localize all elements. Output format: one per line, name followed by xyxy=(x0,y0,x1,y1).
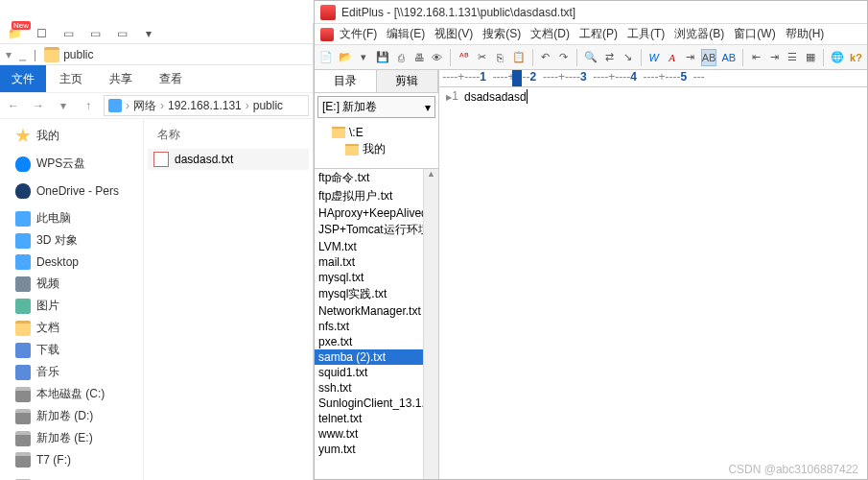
sidebar-file-item[interactable]: mail.txt xyxy=(315,254,438,270)
new-file-icon[interactable]: 📄 xyxy=(318,49,334,66)
indent-right-icon[interactable]: ⇥ xyxy=(767,49,782,66)
tree-documents[interactable]: 文档 xyxy=(2,317,141,339)
tree-3d-objects[interactable]: 3D 对象 xyxy=(2,229,141,252)
sidebar-file-item[interactable]: samba (2).txt xyxy=(315,349,438,365)
paste-icon[interactable]: 📋 xyxy=(511,49,527,66)
tree-this-pc[interactable]: 此电脑 xyxy=(2,207,141,229)
breadcrumb-seg-network[interactable]: 网络 xyxy=(133,98,156,114)
ribbon-tab-file[interactable]: 文件 xyxy=(0,65,46,92)
find-icon[interactable]: 🔍 xyxy=(583,49,598,66)
tree-downloads[interactable]: 下载 xyxy=(2,339,141,361)
tree-videos[interactable]: 视频 xyxy=(2,273,141,295)
scrollbar[interactable] xyxy=(423,169,438,479)
tree-pictures[interactable]: 图片 xyxy=(2,295,141,317)
menu-edit[interactable]: 编辑(E) xyxy=(383,26,429,42)
menu-browser[interactable]: 浏览器(B) xyxy=(670,26,728,42)
goto-icon[interactable]: ↘ xyxy=(621,49,635,66)
breadcrumb[interactable]: › 网络 › 192.168.1.131 › public xyxy=(104,95,309,116)
breadcrumb-seg-folder[interactable]: public xyxy=(253,99,283,112)
file-row[interactable]: dasdasd.txt xyxy=(148,149,309,170)
sidebar-file-item[interactable]: NetworkManager.txt xyxy=(315,303,438,319)
ribbon-tab-view[interactable]: 查看 xyxy=(146,65,196,92)
save-icon[interactable]: 💾 xyxy=(375,49,390,66)
dropdown-icon[interactable]: ▾ xyxy=(357,49,371,66)
tree-t7-f-2[interactable]: T7 (F:) xyxy=(2,476,141,480)
tree-onedrive[interactable]: OneDrive - Pers xyxy=(2,180,141,202)
sidebar-tab-directory[interactable]: 目录 xyxy=(315,70,377,92)
print-icon[interactable]: 🖶 xyxy=(412,49,427,66)
browser-icon[interactable]: 🌐 xyxy=(830,49,845,66)
breadcrumb-seg-host[interactable]: 192.168.1.131 xyxy=(168,99,242,112)
tree-newvol-d[interactable]: 新加卷 (D:) xyxy=(2,405,141,427)
sidebar-file-item[interactable]: LVM.txt xyxy=(315,239,438,254)
sidebar-file-list[interactable]: ftp命令.txtftp虚拟用户.txtHAproxy+KeepAlivedJS… xyxy=(315,168,438,479)
menu-tools[interactable]: 工具(T) xyxy=(623,26,669,42)
up-button[interactable]: ↑ xyxy=(79,99,98,112)
sidebar-file-item[interactable]: ftp命令.txt xyxy=(315,169,438,187)
tree-music[interactable]: 音乐 xyxy=(2,361,141,383)
sidebar-file-item[interactable]: mysql.txt xyxy=(315,270,438,285)
column-header-name[interactable]: 名称 xyxy=(148,125,309,149)
menu-project[interactable]: 工程(P) xyxy=(575,26,622,42)
tree-local-disk-c[interactable]: 本地磁盘 (C:) xyxy=(2,383,141,405)
new-folder-icon[interactable]: 📁New xyxy=(6,25,23,42)
delete-icon[interactable]: ▭ xyxy=(113,25,130,42)
sidebar-file-item[interactable]: pxe.txt xyxy=(315,334,438,349)
open-file-icon[interactable]: 📂 xyxy=(338,49,353,66)
menu-view[interactable]: 视图(V) xyxy=(431,26,477,42)
dir-sub[interactable]: 我的 xyxy=(332,140,434,158)
dir-root[interactable]: \:E xyxy=(332,125,434,140)
sidebar-file-item[interactable]: JSP+Tomcat运行环境 xyxy=(315,221,438,239)
menu-help[interactable]: 帮助(H) xyxy=(782,26,829,42)
ribbon-tab-share[interactable]: 共享 xyxy=(96,65,146,92)
menu-search[interactable]: 搜索(S) xyxy=(479,26,525,42)
word-wrap-icon[interactable]: W xyxy=(646,49,661,66)
more-icon[interactable]: ▾ xyxy=(140,25,157,42)
text-area[interactable]: ▶1 dsadsadasd xyxy=(439,87,867,479)
sidebar-tab-clip[interactable]: 剪辑 xyxy=(377,70,439,92)
tree-wps-cloud[interactable]: WPS云盘 xyxy=(2,153,141,175)
tab-icon[interactable]: ⇥ xyxy=(683,49,697,66)
sidebar-file-item[interactable]: nfs.txt xyxy=(315,319,438,334)
ab-icon[interactable]: AB xyxy=(720,49,737,66)
directory-tree[interactable]: \:E 我的 xyxy=(315,121,438,162)
menu-file[interactable]: 文件(F) xyxy=(336,26,381,42)
sidebar-file-item[interactable]: SunloginClient_13.1.0 xyxy=(315,396,438,411)
cut-icon[interactable]: ✂ xyxy=(475,49,489,66)
ab-block-icon[interactable]: AB xyxy=(701,49,717,66)
back-button[interactable]: ← xyxy=(4,99,23,112)
properties-icon[interactable]: ☐ xyxy=(33,25,50,42)
nav-down-icon[interactable]: ▾ xyxy=(6,48,12,61)
sidebar-file-item[interactable]: ftp虚拟用户.txt xyxy=(315,187,438,205)
replace-icon[interactable]: ⇄ xyxy=(602,49,617,66)
undo-icon[interactable]: ↶ xyxy=(538,49,552,66)
sidebar-file-item[interactable]: mysql实践.txt xyxy=(315,285,438,303)
font-a-icon[interactable]: A xyxy=(665,49,679,66)
sidebar-file-item[interactable]: telnet.txt xyxy=(315,411,438,426)
text-content[interactable]: dsadsadasd xyxy=(462,87,867,479)
menu-window[interactable]: 窗口(W) xyxy=(730,26,779,42)
sidebar-file-item[interactable]: www.txt xyxy=(315,426,438,442)
ribbon-tab-home[interactable]: 主页 xyxy=(46,65,96,92)
redo-icon[interactable]: ↷ xyxy=(556,49,571,66)
tree-newvol-e[interactable]: 新加卷 (E:) xyxy=(2,427,141,449)
open-icon[interactable]: ▭ xyxy=(59,25,77,42)
sidebar-file-item[interactable]: yum.txt xyxy=(315,442,438,457)
preview-icon[interactable]: 👁 xyxy=(430,49,444,66)
editplus-title-bar[interactable]: EditPlus - [\\192.168.1.131\public\dasda… xyxy=(315,1,867,24)
tree-quick-access[interactable]: 我的 xyxy=(2,125,141,147)
rename-icon[interactable]: ▭ xyxy=(86,25,104,42)
menu-document[interactable]: 文档(D) xyxy=(527,26,574,42)
pin-icon[interactable]: ⎯ xyxy=(19,48,26,61)
forward-button[interactable]: → xyxy=(29,99,48,112)
tree-desktop[interactable]: Desktop xyxy=(2,252,141,273)
window-icon[interactable]: ▦ xyxy=(803,49,817,66)
sidebar-file-item[interactable]: squid1.txt xyxy=(315,365,438,380)
drive-selector[interactable]: [E:] 新加卷 ▾ xyxy=(317,96,435,118)
abc-check-icon[interactable]: ᴬᴮ xyxy=(457,49,471,66)
help-icon[interactable]: k? xyxy=(849,49,863,66)
sidebar-file-item[interactable]: ssh.txt xyxy=(315,380,438,396)
tree-t7-f[interactable]: T7 (F:) xyxy=(2,449,141,470)
recent-dropdown[interactable]: ▾ xyxy=(54,99,73,112)
save-all-icon[interactable]: ⎙ xyxy=(394,49,409,66)
